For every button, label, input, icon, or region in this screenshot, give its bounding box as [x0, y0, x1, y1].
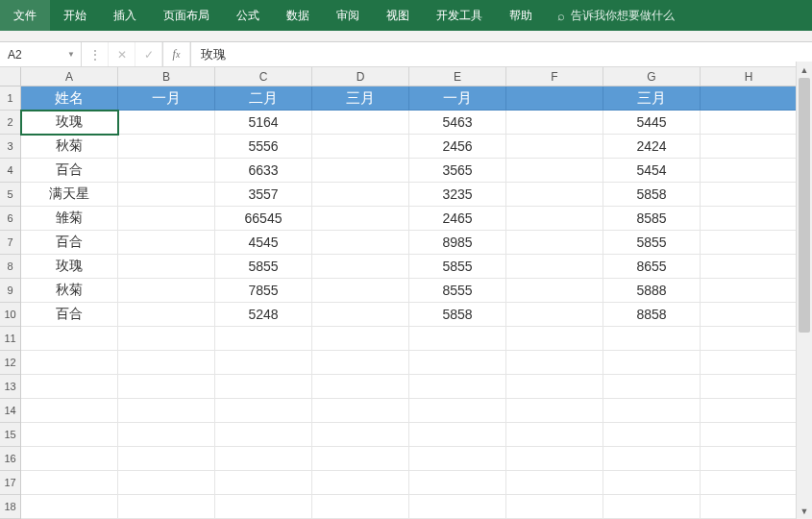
- cell-H14[interactable]: [701, 399, 798, 423]
- cell-F6[interactable]: [506, 207, 603, 231]
- cell-G7[interactable]: 5855: [603, 231, 701, 255]
- cell-H12[interactable]: [701, 351, 798, 375]
- cell-H2[interactable]: [701, 111, 798, 135]
- cell-B8[interactable]: [118, 255, 215, 279]
- ribbon-tab-6[interactable]: 审阅: [323, 0, 373, 31]
- cancel-icon[interactable]: ✕: [109, 42, 135, 66]
- cell-E5[interactable]: 3235: [409, 183, 506, 207]
- cell-B1[interactable]: 一月: [118, 86, 215, 111]
- cell-B18[interactable]: [118, 495, 215, 519]
- cell-A14[interactable]: [21, 399, 118, 423]
- cell-B14[interactable]: [118, 399, 215, 423]
- cell-E8[interactable]: 5855: [409, 255, 506, 279]
- cell-D10[interactable]: [312, 303, 409, 327]
- ribbon-tab-0[interactable]: 文件: [0, 0, 50, 31]
- name-box[interactable]: A2 ▼: [0, 42, 82, 66]
- ribbon-search[interactable]: ⌕告诉我你想要做什么: [546, 0, 686, 31]
- cell-A11[interactable]: [21, 327, 118, 351]
- cell-C8[interactable]: 5855: [215, 255, 312, 279]
- cell-C13[interactable]: [215, 375, 312, 399]
- cell-D4[interactable]: [312, 159, 409, 183]
- cell-G18[interactable]: [603, 495, 701, 519]
- formula-input[interactable]: 玫瑰: [191, 42, 812, 66]
- cell-E13[interactable]: [409, 375, 506, 399]
- column-header-C[interactable]: C: [215, 67, 312, 86]
- cell-G10[interactable]: 8858: [603, 303, 701, 327]
- cell-E16[interactable]: [409, 447, 506, 471]
- row-header-16[interactable]: 16: [0, 447, 20, 471]
- cell-F18[interactable]: [506, 495, 603, 519]
- cell-D15[interactable]: [312, 423, 409, 447]
- cell-F15[interactable]: [506, 423, 603, 447]
- row-header-3[interactable]: 3: [0, 135, 20, 159]
- cell-D9[interactable]: [312, 279, 409, 303]
- cell-C3[interactable]: 5556: [215, 135, 312, 159]
- cell-H5[interactable]: [701, 183, 798, 207]
- cell-B11[interactable]: [118, 327, 215, 351]
- row-header-6[interactable]: 6: [0, 207, 20, 231]
- cell-A7[interactable]: 百合: [21, 231, 118, 255]
- cell-A2[interactable]: 玫瑰: [21, 111, 118, 135]
- cell-E18[interactable]: [409, 495, 506, 519]
- cell-D5[interactable]: [312, 183, 409, 207]
- cell-E4[interactable]: 3565: [409, 159, 506, 183]
- cell-F16[interactable]: [506, 447, 603, 471]
- cell-B4[interactable]: [118, 159, 215, 183]
- cell-E10[interactable]: 5858: [409, 303, 506, 327]
- row-header-13[interactable]: 13: [0, 375, 20, 399]
- cell-C17[interactable]: [215, 471, 312, 495]
- cell-A10[interactable]: 百合: [21, 303, 118, 327]
- cell-G13[interactable]: [603, 375, 701, 399]
- cell-E17[interactable]: [409, 471, 506, 495]
- cell-F12[interactable]: [506, 351, 603, 375]
- column-header-F[interactable]: F: [506, 67, 603, 86]
- cell-B9[interactable]: [118, 279, 215, 303]
- cell-C2[interactable]: 5164: [215, 111, 312, 135]
- scroll-thumb[interactable]: [799, 78, 810, 333]
- cell-E7[interactable]: 8985: [409, 231, 506, 255]
- cell-H11[interactable]: [701, 327, 798, 351]
- ribbon-tab-8[interactable]: 开发工具: [423, 0, 496, 31]
- cell-D18[interactable]: [312, 495, 409, 519]
- column-header-E[interactable]: E: [409, 67, 506, 86]
- cell-G8[interactable]: 8655: [603, 255, 701, 279]
- ribbon-tab-9[interactable]: 帮助: [496, 0, 546, 31]
- cell-D8[interactable]: [312, 255, 409, 279]
- row-header-18[interactable]: 18: [0, 495, 20, 519]
- cell-E12[interactable]: [409, 351, 506, 375]
- fx-icon[interactable]: fx: [163, 42, 190, 66]
- cell-G1[interactable]: 三月: [603, 86, 701, 111]
- cell-A17[interactable]: [21, 471, 118, 495]
- scroll-track[interactable]: [797, 78, 812, 503]
- cell-D7[interactable]: [312, 231, 409, 255]
- cell-G14[interactable]: [603, 399, 701, 423]
- cell-G4[interactable]: 5454: [603, 159, 701, 183]
- cell-F13[interactable]: [506, 375, 603, 399]
- row-header-9[interactable]: 9: [0, 279, 20, 303]
- cell-H9[interactable]: [701, 279, 798, 303]
- cell-F14[interactable]: [506, 399, 603, 423]
- cell-A9[interactable]: 秋菊: [21, 279, 118, 303]
- cell-G11[interactable]: [603, 327, 701, 351]
- row-header-15[interactable]: 15: [0, 423, 20, 447]
- cell-F10[interactable]: [506, 303, 603, 327]
- column-header-G[interactable]: G: [603, 67, 701, 86]
- cell-F4[interactable]: [506, 159, 603, 183]
- cell-E9[interactable]: 8555: [409, 279, 506, 303]
- cell-F3[interactable]: [506, 135, 603, 159]
- cell-B16[interactable]: [118, 447, 215, 471]
- cell-H16[interactable]: [701, 447, 798, 471]
- cell-D13[interactable]: [312, 375, 409, 399]
- cell-A12[interactable]: [21, 351, 118, 375]
- cell-B5[interactable]: [118, 183, 215, 207]
- cell-D2[interactable]: [312, 111, 409, 135]
- row-header-7[interactable]: 7: [0, 231, 20, 255]
- ribbon-tab-4[interactable]: 公式: [223, 0, 273, 31]
- cell-B7[interactable]: [118, 231, 215, 255]
- cell-F7[interactable]: [506, 231, 603, 255]
- ribbon-tab-3[interactable]: 页面布局: [150, 0, 223, 31]
- row-header-8[interactable]: 8: [0, 255, 20, 279]
- row-header-4[interactable]: 4: [0, 159, 20, 183]
- cell-G12[interactable]: [603, 351, 701, 375]
- cell-G5[interactable]: 5858: [603, 183, 701, 207]
